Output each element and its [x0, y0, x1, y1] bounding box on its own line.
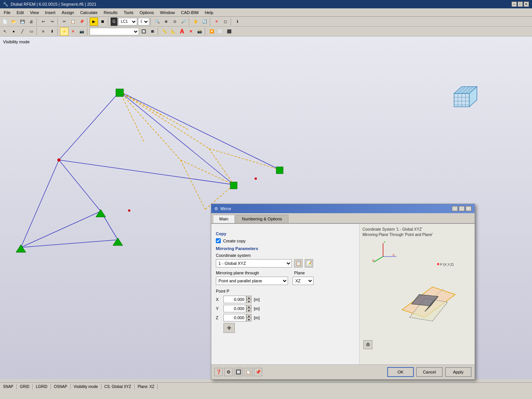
svg-text:x-: x-: [393, 253, 395, 256]
y-spin-up[interactable]: ▲: [246, 305, 252, 309]
tb2-close-red[interactable]: ✕: [69, 27, 77, 36]
nav-cube[interactable]: [448, 82, 479, 112]
tb2-coord2[interactable]: 🔳: [148, 27, 157, 36]
x-input[interactable]: [223, 296, 246, 303]
status-snap[interactable]: SNAP: [0, 384, 17, 390]
menu-view[interactable]: View: [27, 10, 42, 16]
tb2-filter[interactable]: 🔽: [207, 27, 216, 36]
menu-cad-bim[interactable]: CAD-BIM: [178, 10, 201, 16]
tb-copy[interactable]: 📋: [69, 17, 77, 26]
tb-new[interactable]: 📄: [1, 17, 9, 26]
sep1: [36, 18, 38, 25]
coord-system-select[interactable]: 1 - Global XYZ: [90, 28, 139, 35]
tb2-section[interactable]: ⬛: [225, 27, 233, 36]
create-copy-checkbox[interactable]: [216, 238, 221, 243]
menu-assign[interactable]: Assign: [59, 10, 77, 16]
x-spin-up[interactable]: ▲: [246, 296, 252, 299]
x-spin-down[interactable]: ▼: [246, 299, 252, 303]
tb2-member[interactable]: ≡: [39, 27, 48, 36]
minimize-button[interactable]: ─: [511, 2, 517, 7]
plane-dropdown[interactable]: XZ XY YZ: [293, 277, 314, 285]
coord-system-btn1[interactable]: 📋: [294, 259, 302, 268]
status-lgrid[interactable]: LGRID: [33, 384, 51, 390]
tb-delete[interactable]: ✕: [212, 17, 221, 26]
tab-numbering-options[interactable]: Numbering & Options: [236, 215, 288, 223]
coord-system-dropdown[interactable]: 1 - Global XYZ: [216, 259, 292, 268]
tb2-line[interactable]: ╱: [18, 27, 27, 36]
plane-through-dropdown[interactable]: Point and parallel plane: [216, 277, 288, 285]
z-spin-up[interactable]: ▲: [246, 314, 252, 318]
bottom-icon-paste[interactable]: 📌: [254, 368, 262, 376]
tb-save[interactable]: 💾: [18, 17, 27, 26]
apply-button[interactable]: Apply: [445, 367, 472, 377]
restore-button[interactable]: □: [518, 2, 523, 7]
tb-zoom-all[interactable]: ⊕: [162, 17, 170, 26]
lc-select[interactable]: LC1: [118, 18, 137, 25]
tb2-mirror[interactable]: ⚡: [60, 27, 68, 36]
tb2-surface[interactable]: ▭: [27, 27, 35, 36]
tb-run[interactable]: ▶: [90, 17, 98, 26]
menu-options[interactable]: Options: [136, 10, 157, 16]
menu-insert[interactable]: Insert: [42, 10, 59, 16]
menu-edit[interactable]: Edit: [14, 10, 27, 16]
y-input[interactable]: [223, 305, 246, 312]
tb2-select[interactable]: ↖: [1, 27, 9, 36]
tb2-camera[interactable]: 📸: [195, 27, 204, 36]
tb2-x-red[interactable]: ✕: [187, 27, 195, 36]
tb-redo[interactable]: ↪: [48, 17, 56, 26]
tb-open[interactable]: 📂: [10, 17, 18, 26]
lc-g-select[interactable]: G: [138, 18, 149, 25]
y-spin-down[interactable]: ▼: [246, 309, 252, 312]
tb2-measure[interactable]: 📏: [160, 27, 169, 36]
tb2-frame[interactable]: ⬜: [216, 27, 225, 36]
tb-info[interactable]: ℹ: [233, 17, 242, 26]
ok-button[interactable]: OK: [387, 367, 414, 377]
tb2-angle[interactable]: 📐: [169, 27, 177, 36]
coord-system-btn2[interactable]: 📝: [305, 259, 313, 268]
dialog-minimize[interactable]: ─: [452, 206, 458, 211]
z-input[interactable]: [223, 314, 246, 321]
svg-point-26: [57, 158, 60, 162]
menu-file[interactable]: File: [1, 10, 14, 16]
pick-point-button[interactable]: ✛: [223, 323, 235, 333]
tb-zoom-sel[interactable]: ⊙: [171, 17, 179, 26]
point-z-row: Z ▲ ▼ [m]: [216, 314, 355, 321]
tb-print[interactable]: 🖨: [27, 17, 35, 26]
tb-stop[interactable]: ⏹: [98, 17, 107, 26]
status-grid[interactable]: GRID: [17, 384, 33, 390]
tb2-load[interactable]: ⬇: [48, 27, 56, 36]
dialog-restore[interactable]: □: [459, 206, 465, 211]
status-visibility-mode[interactable]: Visibility mode: [71, 384, 101, 390]
menu-results[interactable]: Results: [101, 10, 121, 16]
menu-help[interactable]: Help: [202, 10, 217, 16]
tb2-label[interactable]: A: [178, 27, 186, 36]
bottom-icon-copy[interactable]: 📋: [244, 368, 252, 376]
menu-calculate[interactable]: Calculate: [77, 10, 101, 16]
tb2-node[interactable]: ●: [10, 27, 18, 36]
bottom-icon-help[interactable]: ❓: [214, 368, 223, 376]
sep3: [87, 18, 89, 25]
z-spin-down[interactable]: ▼: [246, 318, 252, 321]
tb-cut[interactable]: ✂: [60, 17, 68, 26]
menu-tools[interactable]: Tools: [120, 10, 136, 16]
menu-window[interactable]: Window: [157, 10, 178, 16]
sep11: [87, 28, 89, 35]
status-osnap[interactable]: OSNAP: [51, 384, 71, 390]
close-button[interactable]: ✕: [524, 2, 529, 7]
tb2-snap[interactable]: 📷: [78, 27, 86, 36]
tb-pan[interactable]: ✋: [192, 17, 200, 26]
x-label: X: [216, 297, 221, 302]
tb2-coord1[interactable]: 🔲: [139, 27, 148, 36]
cancel-button[interactable]: Cancel: [416, 367, 443, 377]
tb-paste[interactable]: 📌: [78, 17, 86, 26]
tab-main[interactable]: Main: [213, 215, 235, 223]
bottom-icon-3d[interactable]: 🔲: [234, 368, 242, 376]
tb-zoom-in[interactable]: 🔍: [153, 17, 162, 26]
preview-settings-icon[interactable]: ⚙: [363, 340, 372, 349]
tb-undo[interactable]: ↩: [39, 17, 48, 26]
tb-rotate[interactable]: 🔄: [200, 17, 209, 26]
bottom-icon-settings[interactable]: ⚙: [224, 368, 233, 376]
tb-zoom-out[interactable]: 🔎: [179, 17, 188, 26]
tb-deselect[interactable]: ◻: [221, 17, 230, 26]
dialog-close[interactable]: ✕: [466, 206, 472, 211]
